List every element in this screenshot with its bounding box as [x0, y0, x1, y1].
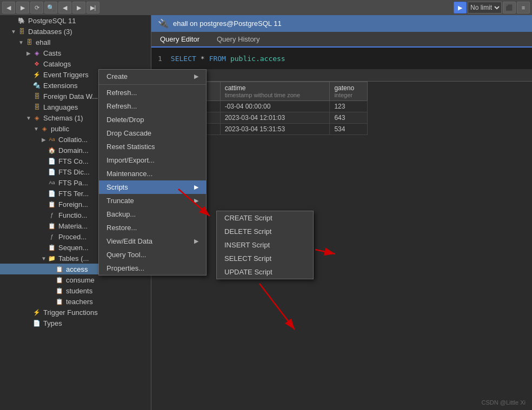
- sidebar-item-ehall[interactable]: ▼ 🗄 ehall: [0, 37, 151, 48]
- toolbar-btn-search[interactable]: 🔍: [44, 2, 57, 14]
- line-number: 1: [158, 55, 162, 63]
- casts-icon: ◈: [32, 49, 41, 57]
- tab-query-history[interactable]: Query History: [208, 32, 268, 48]
- ctx-truncate-label: Truncate: [107, 197, 134, 205]
- sidebar-item-label: students: [66, 287, 92, 295]
- connection-icon: 🔌: [158, 18, 169, 29]
- ctx-maintenance-label: Maintenance...: [107, 170, 152, 178]
- sidebar-item-teachers[interactable]: 📋 teachers: [0, 296, 151, 307]
- ctx-restore[interactable]: Restore...: [99, 221, 206, 234]
- arrow-expand-icon: ▼: [40, 256, 48, 261]
- sidebar-item-label: FTS Ter...: [58, 190, 89, 198]
- ctx-properties[interactable]: Properties...: [99, 261, 206, 275]
- sidebar-item-label: Materia...: [58, 222, 88, 230]
- submenu-arrow-icon: ▶: [194, 73, 198, 80]
- submenu-create-script[interactable]: CREATE Script: [217, 211, 313, 225]
- create-script-label: CREATE Script: [224, 214, 272, 222]
- scripts-submenu: CREATE Script DELETE Script INSERT Scrip…: [216, 211, 314, 279]
- arrow-expand-icon: ▼: [10, 29, 17, 35]
- toolbar-btn-execute[interactable]: ▶: [454, 2, 467, 14]
- sidebar-item-types[interactable]: 📄 Types: [0, 318, 151, 328]
- submenu-arrow-icon: ▶: [194, 184, 198, 191]
- ctx-query-tool-label: Query Tool...: [107, 251, 146, 259]
- ctx-import-export[interactable]: Import/Export...: [99, 153, 206, 167]
- toolbar-btn-forward[interactable]: ▶: [16, 2, 29, 14]
- arrow-expand-icon: ▶: [40, 137, 48, 143]
- ftsc-icon: 📄: [48, 157, 56, 165]
- ctx-refresh[interactable]: Refresh...: [99, 86, 206, 99]
- types-icon: 📄: [32, 319, 41, 327]
- sidebar-item-trigger-functions[interactable]: ⚡ Trigger Functions: [0, 307, 151, 318]
- domains-icon: 🏠: [48, 146, 56, 154]
- ctx-view-edit[interactable]: View/Edit Data ▶: [99, 234, 206, 248]
- sidebar-item-label: Types: [43, 319, 62, 327]
- foreign-tables-icon: 📋: [48, 200, 56, 209]
- toolbar-btn-next[interactable]: ▶: [72, 2, 85, 14]
- sidebar-item-label: Collatio...: [58, 136, 88, 144]
- limit-select[interactable]: No limit: [468, 2, 502, 14]
- sidebar-item-casts[interactable]: ▶ ◈ Casts: [0, 48, 151, 58]
- functions-icon: ƒ: [48, 211, 56, 219]
- submenu-delete-script[interactable]: DELETE Script: [217, 225, 313, 238]
- ctx-drop-cascade-label: Drop Cascade: [107, 129, 151, 137]
- table-ref: public.access: [230, 55, 285, 63]
- cell-gateno: 643: [330, 112, 368, 124]
- connection-label: ehall on postgres@PostgreSQL 11: [173, 19, 282, 28]
- extensions-icon: 🔩: [32, 81, 41, 90]
- sidebar-item-postgresql[interactable]: 🐘 PostgreSQL 11: [0, 15, 151, 26]
- select-script-label: SELECT Script: [224, 254, 271, 263]
- ctx-create[interactable]: Create ▶: [99, 70, 206, 83]
- col-name: cattime: [225, 84, 246, 92]
- submenu-select-script[interactable]: SELECT Script: [217, 252, 313, 265]
- ftst-icon: 📄: [48, 189, 56, 198]
- ctx-maintenance[interactable]: Maintenance...: [99, 167, 206, 180]
- ctx-truncate[interactable]: Truncate ▶: [99, 194, 206, 207]
- toolbar-btn-refresh[interactable]: ⟳: [30, 2, 43, 14]
- query-editor[interactable]: 1 SELECT * FROM public.access: [151, 48, 532, 69]
- sidebar-item-label: Foreign Data W...: [43, 92, 98, 100]
- ctx-count-rows[interactable]: Refresh...: [99, 99, 206, 113]
- ctx-count-rows-label: Refresh...: [107, 102, 137, 110]
- schemas-icon: ◈: [32, 113, 41, 122]
- sidebar-item-label: FTS Pa...: [58, 179, 88, 187]
- sidebar-item-consume[interactable]: 📋 consume: [0, 274, 151, 285]
- submenu-insert-script[interactable]: INSERT Script: [217, 238, 313, 252]
- ctx-backup[interactable]: Backup...: [99, 207, 206, 221]
- ctx-reset-statistics[interactable]: Reset Statistics: [99, 140, 206, 153]
- ctx-delete-drop[interactable]: Delete/Drop: [99, 113, 206, 126]
- sidebar-item-label: Schemas (1): [43, 114, 83, 122]
- ctx-view-edit-label: View/Edit Data: [107, 237, 152, 245]
- toolbar: ◀ ▶ ⟳ 🔍 ◀ ▶ ▶| ▶ No limit ⬛ ≡: [0, 0, 532, 15]
- students-table-icon: 📋: [55, 286, 64, 295]
- toolbar-btn-end[interactable]: ▶|: [87, 2, 99, 14]
- arrow-expand-icon: ▼: [17, 39, 25, 45]
- ctx-query-tool[interactable]: Query Tool...: [99, 248, 206, 261]
- catalogs-icon: ❖: [32, 59, 41, 68]
- ftsp-icon: Aa: [48, 178, 56, 187]
- sidebar-item-label: Tables (...: [58, 254, 89, 263]
- sidebar-item-students[interactable]: 📋 students: [0, 285, 151, 296]
- ehall-icon: 🗄: [25, 38, 34, 46]
- sidebar-item-databases[interactable]: ▼ 🗄 Databases (3): [0, 26, 151, 37]
- toolbar-btn-stop[interactable]: ⬛: [503, 2, 516, 14]
- sidebar-item-label: Event Triggers: [43, 71, 89, 79]
- materialized-icon: 📋: [48, 221, 56, 230]
- submenu-update-script[interactable]: UPDATE Script: [217, 265, 313, 279]
- submenu-arrow-icon: ▶: [194, 238, 198, 245]
- keyword-select: SELECT: [171, 55, 196, 63]
- keyword-from: FROM: [209, 55, 226, 63]
- toolbar-btn-menu[interactable]: ≡: [517, 2, 530, 14]
- arrow-expand-icon: ▶: [25, 50, 32, 56]
- context-menu: Create ▶ Refresh... Refresh... Delete/Dr…: [98, 69, 207, 275]
- cell-cattime: 2023-03-04 12:01:03: [220, 112, 330, 124]
- connection-bar: 🔌 ehall on postgres@PostgreSQL 11: [151, 15, 532, 32]
- ctx-scripts[interactable]: Scripts ▶: [99, 180, 206, 194]
- tab-query-editor[interactable]: Query Editor: [151, 32, 208, 48]
- sidebar-item-catalogs[interactable]: ❖ Catalogs: [0, 58, 151, 69]
- toolbar-btn-back[interactable]: ◀: [2, 2, 15, 14]
- toolbar-btn-prev[interactable]: ◀: [58, 2, 71, 14]
- sidebar-item-label: PostgreSQL 11: [28, 17, 76, 25]
- consume-table-icon: 📋: [55, 275, 64, 284]
- sidebar-item-label: ehall: [36, 38, 50, 46]
- ctx-drop-cascade[interactable]: Drop Cascade: [99, 126, 206, 140]
